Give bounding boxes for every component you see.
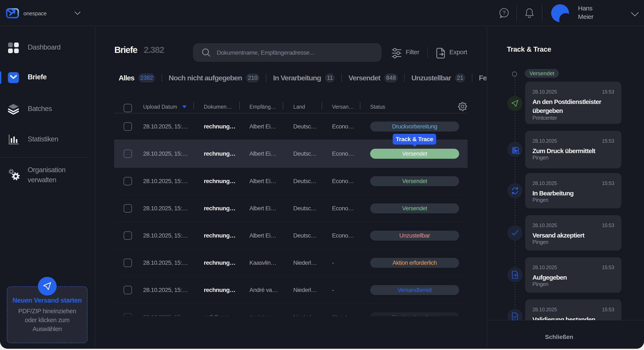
svg-text:?: ? <box>502 9 506 16</box>
